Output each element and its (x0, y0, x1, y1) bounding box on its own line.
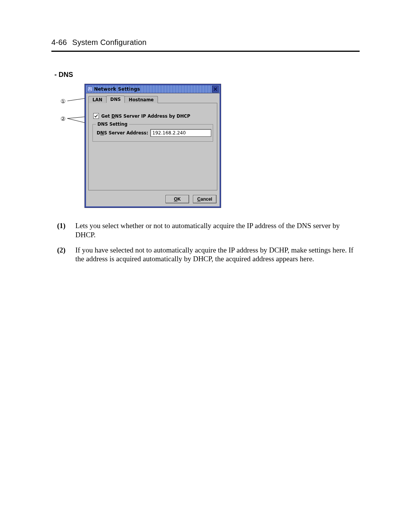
dhcp-label-pre: Get (101, 113, 112, 119)
note-1: (1) Lets you select whether or not to au… (57, 221, 360, 240)
ok-mn: O (174, 197, 177, 202)
svg-rect-6 (88, 89, 91, 91)
note-1-body: Lets you select whether or not to automa… (75, 221, 360, 240)
dhcp-checkbox-row[interactable]: Get DNS Server IP Address by DHCP (93, 113, 213, 119)
titlebar[interactable]: Network Settings (86, 85, 220, 93)
app-icon (87, 86, 92, 92)
ok-button[interactable]: OK (166, 195, 189, 203)
button-bar: OK Cancel (86, 193, 220, 206)
tab-hostname[interactable]: Hostname (124, 96, 158, 103)
dialog-client: LAN DNS Hostname Get DNS Server IP Addre… (86, 93, 220, 206)
dialog-title: Network Settings (94, 86, 212, 92)
page-title: System Configuration (72, 38, 147, 46)
dns-server-input[interactable] (150, 129, 211, 137)
svg-rect-4 (88, 88, 89, 89)
close-button[interactable] (212, 86, 219, 93)
page-header: 4-66System Configuration (51, 38, 360, 47)
svg-rect-5 (90, 88, 91, 89)
cancel-mn: C (197, 197, 201, 202)
note-2-body: If you have selected not to automaticall… (75, 246, 360, 264)
header-rule (51, 51, 360, 52)
note-1-marker: (1) (57, 221, 68, 240)
tab-lan[interactable]: LAN (88, 96, 107, 103)
page: 4-66System Configuration - DNS ① ② (0, 0, 411, 532)
dns-label-pre: D (97, 130, 100, 136)
callout-2: ② (59, 115, 67, 122)
note-2: (2) If you have selected not to automati… (57, 246, 360, 264)
figure: ① ② Network Settings (54, 84, 363, 210)
svg-rect-3 (88, 87, 92, 91)
checkmark-icon (94, 114, 98, 118)
dhcp-checkbox[interactable] (93, 113, 99, 119)
network-settings-dialog: Network Settings LAN DNS Hostname (85, 84, 221, 208)
tab-panel-dns: Get DNS Server IP Address by DHCP DNS Se… (88, 103, 217, 190)
notes-list: (1) Lets you select whether or not to au… (51, 221, 360, 264)
dhcp-label-mn: D (112, 113, 115, 119)
dhcp-checkbox-label: Get DNS Server IP Address by DHCP (101, 113, 190, 119)
dhcp-label-post: NS Server IP Address by DHCP (115, 113, 190, 119)
close-icon (213, 87, 217, 91)
dns-server-label: DNS Server Address: (97, 130, 148, 136)
tab-dns[interactable]: DNS (106, 96, 125, 103)
dns-setting-legend: DNS Setting (96, 121, 129, 127)
dns-server-row: DNS Server Address: (97, 129, 209, 137)
cancel-button[interactable]: Cancel (193, 195, 217, 203)
section-heading: - DNS (54, 71, 360, 79)
ok-post: K (177, 197, 181, 202)
callout-1: ① (59, 98, 67, 105)
note-2-marker: (2) (57, 246, 68, 264)
dns-label-mn: N (100, 130, 104, 136)
page-number: 4-66 (51, 38, 67, 46)
dns-setting-group: DNS Setting DNS Server Address: (92, 124, 213, 142)
dns-label-post: S Server Address: (104, 130, 148, 136)
cancel-post: ancel (201, 197, 212, 202)
tabs: LAN DNS Hostname (86, 93, 220, 103)
